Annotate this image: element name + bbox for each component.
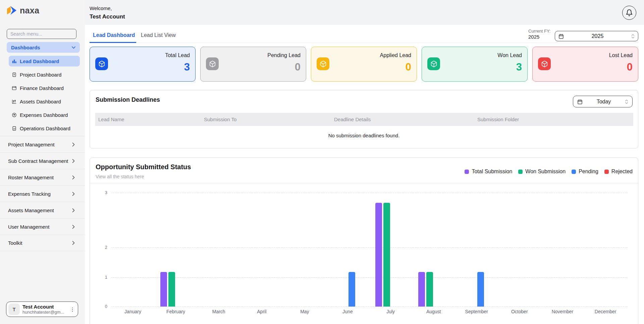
calendar-icon: [558, 34, 564, 39]
current-fy-label: Current FY:: [528, 29, 550, 34]
sidebar-group-project-management[interactable]: Project Management: [0, 136, 85, 152]
sidebar-group-expenses-tracking[interactable]: Expenses Tracking: [0, 185, 85, 202]
sidebar-group-toolkit[interactable]: Toolkit: [0, 235, 85, 251]
sidebar: naxa Dashboards Lead DashboardProject Da…: [0, 0, 85, 324]
stat-card-won-lead: Won Lead3: [422, 47, 528, 82]
tab-lead-dashboard[interactable]: Lead Dashboard: [93, 32, 135, 38]
column-header-submission-to: Submission To: [204, 117, 236, 122]
sidebar-groups: Project ManagementSub Contract Managemen…: [0, 136, 85, 251]
sidebar-item-lead-dashboard[interactable]: Lead Dashboard: [9, 56, 80, 66]
sidebar-item-assets-dashboard[interactable]: Assets Dashboard: [9, 96, 80, 107]
opportunity-title: Opportunity Submitted Status: [96, 163, 191, 171]
deadlines-table-header: Lead NameSubmission ToDeadline DetailsSu…: [95, 113, 633, 126]
opportunity-subtitle-link[interactable]: View all the status here: [96, 174, 144, 179]
user-name: Test Account: [22, 304, 70, 310]
select-chevrons-icon: [625, 99, 628, 104]
chevron-right-icon: [72, 208, 75, 213]
fiscal-year-select-value: 2025: [564, 33, 631, 39]
package-icon: [427, 57, 440, 70]
welcome-text: Welcome,: [90, 5, 112, 11]
package-icon: [317, 57, 329, 70]
legend-swatch: [572, 170, 576, 174]
sidebar-item-operations-dashboard[interactable]: Operations Dashboard: [9, 123, 80, 134]
logo: naxa: [6, 5, 39, 15]
fiscal-year-select[interactable]: 2025: [555, 31, 638, 41]
page: naxa Dashboards Lead DashboardProject Da…: [0, 0, 644, 324]
search-input[interactable]: [7, 29, 76, 39]
calendar-icon: [577, 99, 583, 104]
submission-deadlines-panel: Submission Deadlines Today Lead NameSubm…: [90, 90, 638, 148]
bar-chart-icon: [12, 59, 17, 64]
deadlines-empty-text: No submission deadlines found.: [90, 133, 638, 138]
naxa-logo-icon: [6, 5, 17, 15]
chevron-right-icon: [72, 225, 75, 229]
package-icon: [538, 57, 551, 70]
sidebar-item-expenses-dashboard[interactable]: Expenses Dashboard: [9, 109, 80, 120]
column-header-deadline-details: Deadline Details: [334, 117, 371, 122]
sidebar-group-roster-management[interactable]: Roster Management: [0, 169, 85, 185]
dashboards-label: Dashboards: [11, 45, 40, 50]
avatar: T: [8, 304, 20, 315]
chevron-right-icon: [72, 241, 75, 245]
legend-item-total-submission[interactable]: Total Submission: [465, 169, 512, 175]
chevron-down-icon: [72, 46, 75, 49]
panel-divider: [90, 183, 638, 183]
bell-icon: [626, 9, 633, 16]
coin-icon: [12, 112, 17, 118]
deadline-filter-value: Today: [583, 99, 625, 105]
report-icon: [12, 126, 17, 131]
legend-swatch: [604, 170, 609, 174]
user-email: hunchhatester@gm...: [22, 310, 70, 315]
stat-card-pending-lead: Pending Lead0: [200, 47, 306, 82]
legend-swatch: [518, 170, 523, 174]
sidebar-item-project-dashboard[interactable]: Project Dashboard: [9, 69, 80, 80]
current-fy-value: 2025: [528, 34, 539, 40]
chevron-right-icon: [72, 142, 75, 147]
package-icon: [95, 57, 108, 70]
kebab-menu-icon[interactable]: ⋮: [70, 309, 75, 310]
package-icon: [206, 57, 219, 70]
document-icon: [12, 72, 17, 77]
sidebar-item-finance-dashboard[interactable]: Finance Dashboard: [9, 83, 80, 93]
tabs-underline: [90, 43, 638, 43]
stat-cards: Total Lead3Pending Lead0Applied Lead0Won…: [90, 47, 638, 82]
legend-swatch: [465, 170, 469, 174]
sidebar-group-user-management[interactable]: User Management: [0, 218, 85, 235]
dashboard-items: Lead DashboardProject DashboardFinance D…: [9, 56, 80, 136]
chart-legend: Total SubmissionWon SubmissionPendingRej…: [465, 169, 633, 175]
tab-lead-list-view[interactable]: Lead List View: [141, 32, 176, 38]
top-header-band: [85, 0, 644, 25]
chevron-right-icon: [72, 175, 75, 180]
column-header-submission-folder: Submission Folder: [477, 117, 519, 122]
stat-card-applied-lead: Applied Lead0: [311, 47, 417, 82]
header-account-name: Test Account: [90, 13, 125, 20]
sidebar-group-sub-contract-management[interactable]: Sub Contract Management: [0, 152, 85, 169]
logo-text: naxa: [20, 6, 39, 15]
select-chevrons-icon: [631, 34, 635, 39]
opportunity-status-panel: Opportunity Submitted Status View all th…: [90, 157, 638, 324]
stat-card-total-lead: Total Lead3: [90, 47, 196, 82]
column-header-lead-name: Lead Name: [98, 117, 124, 122]
legend-item-pending[interactable]: Pending: [572, 169, 598, 175]
sidebar-group-assets-management[interactable]: Assets Management: [0, 202, 85, 218]
user-card[interactable]: T Test Account hunchhatester@gm... ⋮: [6, 302, 78, 317]
active-tab-indicator: [90, 42, 136, 43]
legend-item-won-submission[interactable]: Won Submission: [518, 169, 566, 175]
sidebar-item-dashboards[interactable]: Dashboards: [7, 42, 80, 53]
notification-button[interactable]: [622, 6, 636, 20]
legend-item-rejected[interactable]: Rejected: [604, 169, 633, 175]
submission-deadlines-title: Submission Deadlines: [96, 96, 160, 103]
deadline-filter-select[interactable]: Today: [573, 96, 633, 107]
candlestick-chart-icon: [12, 99, 17, 104]
window-icon: [12, 86, 17, 91]
chevron-right-icon: [72, 192, 75, 196]
stat-card-lost-lead: Lost Lead0: [532, 47, 638, 82]
chevron-right-icon: [72, 159, 75, 163]
